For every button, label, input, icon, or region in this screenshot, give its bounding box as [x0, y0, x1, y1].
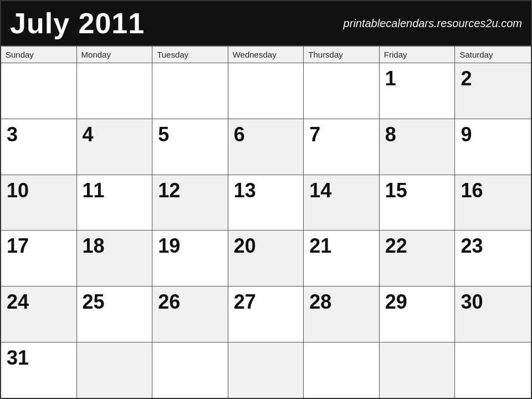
day-number: 23 — [461, 234, 483, 257]
week-row-6: 31 — [1, 342, 531, 398]
day-number: 19 — [158, 234, 180, 257]
day-number: 3 — [7, 123, 18, 146]
day-number: 15 — [385, 179, 407, 202]
day-cell: 15 — [380, 175, 456, 231]
day-header-friday: Friday — [380, 47, 456, 63]
day-number: 14 — [309, 179, 331, 202]
day-cell: 21 — [304, 231, 380, 286]
day-cell — [228, 342, 304, 398]
day-cell — [152, 63, 228, 119]
day-cell — [77, 63, 153, 119]
day-cell: 17 — [1, 231, 77, 286]
day-cell: 6 — [228, 119, 304, 175]
day-number: 18 — [83, 234, 105, 257]
day-cell: 26 — [152, 287, 228, 342]
day-cell: 1 — [380, 63, 456, 119]
week-row-3: 10111213141516 — [1, 175, 531, 231]
day-cell: 20 — [228, 231, 304, 286]
day-header-saturday: Saturday — [455, 47, 531, 63]
day-cell: 4 — [77, 119, 153, 175]
day-cell: 12 — [152, 175, 228, 231]
calendar-title: July 2011 — [10, 7, 145, 40]
day-cell: 28 — [304, 287, 380, 342]
day-number: 24 — [7, 290, 29, 313]
day-cell: 13 — [228, 175, 304, 231]
day-header-wednesday: Wednesday — [228, 47, 304, 63]
day-number: 1 — [385, 67, 396, 90]
day-cell: 19 — [152, 231, 228, 286]
week-row-4: 17181920212223 — [1, 231, 531, 287]
day-cell: 23 — [455, 231, 531, 286]
day-cell: 11 — [77, 175, 153, 231]
day-number: 11 — [83, 179, 105, 202]
day-cell: 30 — [455, 287, 531, 342]
day-cell: 27 — [228, 287, 304, 342]
day-header-tuesday: Tuesday — [152, 47, 228, 63]
day-cell — [380, 342, 456, 398]
day-cell: 29 — [380, 287, 456, 342]
day-number: 9 — [461, 123, 472, 146]
day-cell: 5 — [152, 119, 228, 175]
day-number: 21 — [309, 234, 331, 257]
day-cell: 3 — [1, 119, 77, 175]
day-number: 26 — [158, 290, 180, 313]
day-number: 20 — [234, 234, 256, 257]
day-number: 7 — [309, 123, 320, 146]
day-cell — [152, 342, 228, 398]
week-row-1: 12 — [1, 63, 531, 119]
day-cell: 24 — [1, 287, 77, 342]
calendar-website: printablecalendars.resources2u.com — [344, 17, 522, 30]
day-cell: 10 — [1, 175, 77, 231]
day-number: 17 — [7, 234, 29, 257]
week-row-5: 24252627282930 — [1, 287, 531, 342]
day-number: 30 — [461, 290, 483, 313]
day-cell — [304, 342, 380, 398]
day-number: 28 — [309, 290, 331, 313]
day-cell: 22 — [380, 231, 456, 286]
day-cell: 14 — [304, 175, 380, 231]
day-header-monday: Monday — [77, 47, 153, 63]
day-number: 25 — [83, 290, 105, 313]
day-cell — [455, 342, 531, 398]
day-cell: 16 — [455, 175, 531, 231]
day-headers-row: SundayMondayTuesdayWednesdayThursdayFrid… — [1, 47, 531, 63]
day-header-sunday: Sunday — [1, 47, 77, 63]
day-number: 29 — [385, 290, 407, 313]
weeks-container: 1234567891011121314151617181920212223242… — [1, 63, 531, 398]
day-cell: 9 — [455, 119, 531, 175]
day-number: 6 — [234, 123, 245, 146]
day-number: 16 — [461, 179, 483, 202]
day-cell: 18 — [77, 231, 153, 286]
day-number: 5 — [158, 123, 169, 146]
day-cell: 2 — [455, 63, 531, 119]
day-number: 12 — [158, 179, 180, 202]
day-number: 13 — [234, 179, 256, 202]
day-cell — [1, 63, 77, 119]
day-cell — [304, 63, 380, 119]
calendar: July 2011 printablecalendars.resources2u… — [0, 0, 532, 399]
calendar-grid: SundayMondayTuesdayWednesdayThursdayFrid… — [1, 45, 531, 398]
day-cell — [228, 63, 304, 119]
day-number: 2 — [461, 67, 472, 90]
week-row-2: 3456789 — [1, 119, 531, 175]
day-number: 31 — [7, 346, 29, 369]
day-cell: 25 — [77, 287, 153, 342]
day-number: 8 — [385, 123, 396, 146]
day-number: 10 — [7, 179, 29, 202]
day-cell: 7 — [304, 119, 380, 175]
calendar-header: July 2011 printablecalendars.resources2u… — [1, 1, 531, 45]
day-cell: 31 — [1, 342, 77, 398]
day-number: 27 — [234, 290, 256, 313]
day-number: 22 — [385, 234, 407, 257]
day-number: 4 — [83, 123, 94, 146]
day-cell — [77, 342, 153, 398]
day-cell: 8 — [380, 119, 456, 175]
day-header-thursday: Thursday — [304, 47, 380, 63]
